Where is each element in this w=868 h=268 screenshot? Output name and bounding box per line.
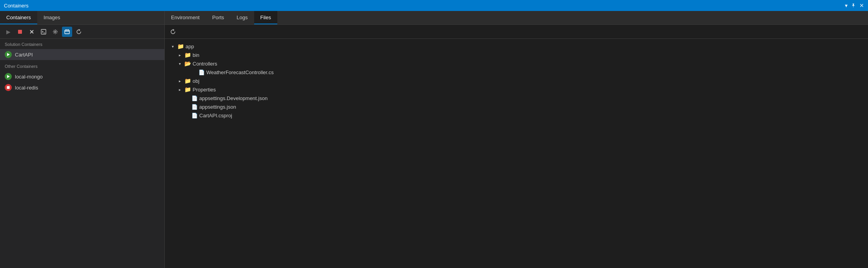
title-bar-left: Containers (4, 3, 29, 9)
tree-label-app: app (186, 44, 194, 49)
title-bar-title: Containers (4, 3, 29, 9)
tree-label-obj: obj (193, 78, 199, 84)
title-bar: Containers ▾ 🖈 ✕ (0, 0, 868, 11)
tab-images[interactable]: Images (37, 11, 67, 24)
left-tabs: Containers Images (0, 11, 164, 25)
stop-button[interactable] (15, 27, 25, 37)
delete-button[interactable] (27, 27, 37, 37)
right-tabs: Environment Ports Logs Files (165, 11, 868, 25)
tree-label-properties: Properties (193, 87, 216, 93)
start-button[interactable]: ▶ (3, 27, 13, 37)
file-tree: 📁 app 📁 bin 📂 Controllers 📄 WeatherForec… (165, 39, 868, 268)
chevron-controllers (177, 60, 183, 67)
folder-icon-properties: 📁 (184, 86, 191, 93)
chevron-bin (177, 52, 183, 58)
container-name-local-mongo: local-mongo (15, 74, 43, 80)
tree-label-appsettings-dev: appsettings.Development.json (199, 95, 267, 101)
spacer-appsettings-dev (184, 95, 190, 101)
spacer-cartapi-csproj (184, 112, 190, 119)
container-item-local-mongo[interactable]: local-mongo (0, 71, 164, 82)
tree-item-properties[interactable]: 📁 Properties (165, 85, 868, 94)
svg-marker-10 (7, 75, 10, 78)
tree-label-cartapi-csproj: CartAPI.csproj (199, 113, 232, 119)
svg-rect-11 (7, 86, 10, 89)
chevron-properties (177, 86, 183, 93)
refresh-button[interactable] (74, 27, 84, 37)
container-item-local-redis[interactable]: local-redis (0, 82, 164, 93)
tree-item-appsettings[interactable]: 📄 appsettings.json (165, 102, 868, 111)
pin-btn[interactable]: 🖈 (851, 2, 856, 9)
file-icon-appsettings-dev: 📄 (191, 95, 198, 101)
other-containers-header: Other Containers (0, 61, 164, 70)
left-toolbar: ▶ (0, 25, 164, 39)
other-containers-list: local-mongo local-redis (0, 70, 164, 94)
tab-containers[interactable]: Containers (0, 11, 37, 24)
tree-item-appsettings-dev[interactable]: 📄 appsettings.Development.json (165, 94, 868, 102)
svg-point-5 (55, 31, 56, 33)
settings-button[interactable] (50, 27, 60, 37)
solution-containers-list: CartAPI (0, 48, 164, 61)
container-item-cartapi[interactable]: CartAPI (0, 49, 164, 60)
title-bar-controls: ▾ 🖈 ✕ (845, 2, 864, 9)
tree-label-controllers: Controllers (193, 61, 217, 67)
spacer-weatherforecastcontroller (191, 69, 197, 75)
container-name-local-redis: local-redis (15, 85, 38, 91)
container-name-cartapi: CartAPI (15, 52, 33, 58)
tree-label-bin: bin (193, 52, 199, 58)
files-refresh-button[interactable] (168, 27, 178, 37)
dropdown-btn[interactable]: ▾ (845, 2, 848, 9)
solution-containers-header: Solution Containers (0, 39, 164, 48)
main-container: Containers Images ▶ (0, 11, 868, 268)
tab-logs[interactable]: Logs (230, 11, 254, 24)
folder-icon-bin: 📁 (184, 52, 191, 58)
svg-rect-6 (65, 30, 69, 34)
file-icon-cartapi-csproj: 📄 (191, 113, 198, 119)
svg-rect-0 (18, 30, 22, 34)
spacer-appsettings (184, 104, 190, 110)
file-icon-weatherforecastcontroller: 📄 (198, 69, 205, 75)
tree-label-appsettings: appsettings.json (199, 104, 236, 110)
folder-icon-controllers: 📂 (184, 60, 191, 67)
browse-button[interactable] (62, 27, 72, 37)
chevron-obj (177, 78, 183, 84)
tab-environment[interactable]: Environment (165, 11, 206, 24)
tree-label-weatherforecastcontroller: WeatherForecastController.cs (206, 69, 274, 75)
folder-icon-obj: 📁 (184, 78, 191, 84)
close-btn[interactable]: ✕ (859, 2, 864, 9)
tree-item-weatherforecastcontroller[interactable]: 📄 WeatherForecastController.cs (165, 68, 868, 77)
tree-item-bin[interactable]: 📁 bin (165, 51, 868, 59)
right-toolbar (165, 25, 868, 39)
status-icon-stopped-redis (5, 84, 12, 91)
tree-item-app[interactable]: 📁 app (165, 42, 868, 51)
file-icon-appsettings: 📄 (191, 104, 198, 110)
tree-item-controllers[interactable]: 📂 Controllers (165, 59, 868, 68)
tab-ports[interactable]: Ports (206, 11, 230, 24)
right-panel: Environment Ports Logs Files (165, 11, 868, 268)
status-icon-running (5, 51, 12, 58)
left-panel: Containers Images ▶ (0, 11, 165, 268)
tab-files[interactable]: Files (254, 11, 277, 24)
status-icon-running-mongo (5, 73, 12, 80)
svg-rect-8 (67, 29, 69, 31)
chevron-app (169, 43, 176, 49)
folder-icon-app: 📁 (177, 43, 184, 49)
tree-item-cartapi-csproj[interactable]: 📄 CartAPI.csproj (165, 111, 868, 120)
terminal-button[interactable] (38, 27, 49, 37)
svg-marker-9 (7, 53, 10, 56)
tree-item-obj[interactable]: 📁 obj (165, 77, 868, 85)
svg-rect-7 (66, 29, 67, 31)
